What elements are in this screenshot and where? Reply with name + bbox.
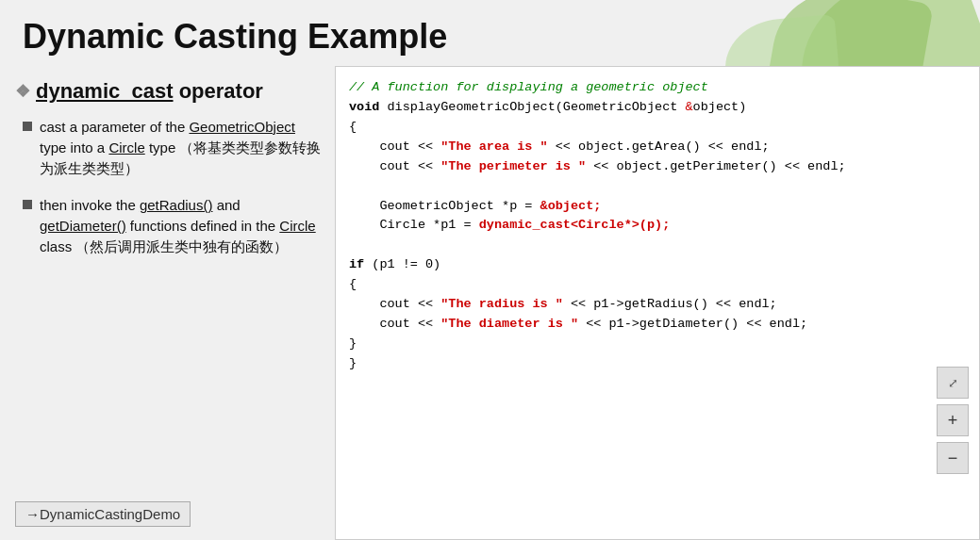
code-line-12: cout << "The diameter is " << p1->getDia… — [349, 315, 966, 335]
code-comment-line: // A function for displaying a geometric… — [349, 78, 966, 98]
demo-link-button[interactable]: →DynamicCastingDemo — [15, 501, 191, 527]
void-keyword: void — [349, 100, 379, 114]
code-line-14: } — [349, 354, 966, 374]
bullet-item-2: then invoke the getRadius() and getDiame… — [23, 195, 325, 256]
get-radius-ref: getRadius() — [140, 197, 213, 213]
circle-ref-2: Circle — [279, 218, 315, 234]
string-4: "The diameter is " — [440, 317, 578, 331]
code-line-6: GeometricObject *p = &object; — [349, 197, 966, 217]
code-comment: // A function for displaying a geometric… — [349, 80, 708, 94]
left-panel: ❖ dynamic_cast operator cast a parameter… — [0, 66, 335, 493]
geometric-object-ref-1: GeometricObject — [189, 119, 295, 135]
bullet-square-2 — [23, 200, 32, 209]
if-keyword: if — [349, 257, 364, 271]
string-3: "The radius is " — [440, 297, 563, 311]
bullet-list: cast a parameter of the GeometricObject … — [15, 117, 325, 257]
code-line-3: cout << "The area is " << object.getArea… — [349, 138, 966, 157]
section-title-text: dynamic_cast operator — [36, 79, 263, 104]
code-line-11: cout << "The radius is " << p1->getRadiu… — [349, 295, 966, 315]
zoom-out-button[interactable]: − — [937, 442, 969, 474]
section-title: ❖ dynamic_cast operator — [15, 79, 325, 104]
code-line-8 — [349, 236, 966, 255]
diamond-icon: ❖ — [15, 81, 30, 102]
string-2: "The perimeter is " — [440, 159, 586, 173]
page-title: Dynamic Casting Example — [23, 17, 447, 57]
move-button[interactable]: ⤢ — [937, 367, 969, 399]
code-line-2: { — [349, 118, 966, 138]
get-diameter-ref: getDiameter() — [40, 218, 126, 234]
code-line-4: cout << "The perimeter is " << object.ge… — [349, 157, 966, 177]
code-line-10: { — [349, 275, 966, 295]
dynamic-cast-call: dynamic_cast<Circle*>(p); — [479, 218, 671, 232]
code-line-9: if (p1 != 0) — [349, 255, 966, 275]
code-line-1: void displayGeometricObject(GeometricObj… — [349, 98, 966, 118]
bullet-item-1: cast a parameter of the GeometricObject … — [23, 117, 325, 178]
controls-panel: ⤢ + − — [937, 367, 969, 474]
code-area: // A function for displaying a geometric… — [336, 67, 979, 385]
code-line-13: } — [349, 335, 966, 354]
bullet-text-2: then invoke the getRadius() and getDiame… — [40, 195, 325, 256]
code-panel: // A function for displaying a geometric… — [335, 66, 980, 540]
bullet-square-1 — [23, 122, 32, 131]
ampersand-obj: &object; — [540, 199, 602, 213]
circle-ref-1: Circle — [108, 139, 144, 155]
code-line-7: Circle *p1 = dynamic_cast<Circle*>(p); — [349, 216, 966, 236]
bullet-text-1: cast a parameter of the GeometricObject … — [40, 117, 325, 178]
string-1: "The area is " — [440, 139, 547, 154]
code-line-5 — [349, 177, 966, 197]
dynamic-cast-text: dynamic_cast — [36, 79, 174, 103]
zoom-in-button[interactable]: + — [937, 404, 969, 436]
amp-1: & — [685, 100, 692, 114]
